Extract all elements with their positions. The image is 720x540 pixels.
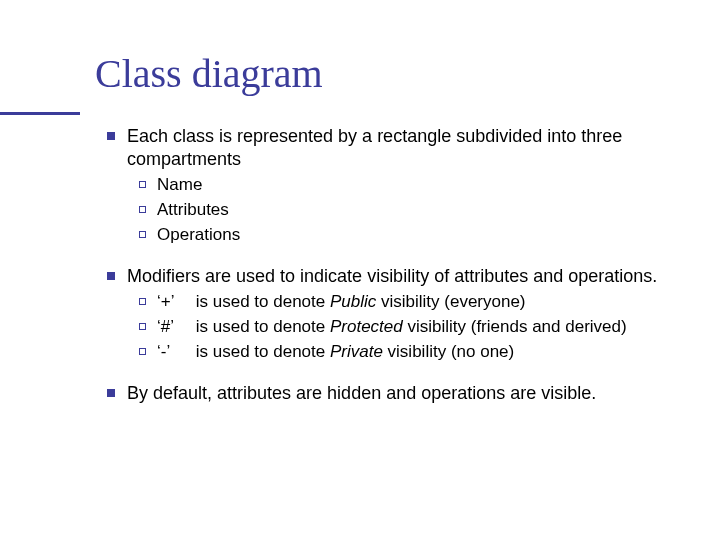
- mod-kind: Public: [330, 292, 381, 311]
- sub-item: Attributes: [127, 199, 660, 222]
- slide-title: Class diagram: [95, 50, 660, 97]
- slide: Class diagram Each class is represented …: [0, 0, 720, 540]
- bullet-text: By default, attributes are hidden and op…: [127, 383, 596, 403]
- mod-post: visibility (everyone): [381, 292, 526, 311]
- sub-item: ‘#’ is used to denote Protected visibili…: [127, 316, 660, 339]
- bullet-modifiers: Modifiers are used to indicate visibilit…: [95, 265, 660, 364]
- sub-item: Operations: [127, 224, 660, 247]
- bullet-text: Modifiers are used to indicate visibilit…: [127, 266, 657, 286]
- mod-kind: Protected: [330, 317, 408, 336]
- sub-item: Name: [127, 174, 660, 197]
- mod-pre: is used to denote: [196, 342, 330, 361]
- title-rule: [0, 112, 80, 115]
- mod-symbol: ‘+’: [157, 291, 191, 314]
- mod-post: visibility (friends and derived): [407, 317, 626, 336]
- mod-pre: is used to denote: [196, 292, 330, 311]
- sub-item: ‘-’ is used to denote Private visibility…: [127, 341, 660, 364]
- bullet-list: Each class is represented by a rectangle…: [95, 125, 660, 405]
- sub-list: ‘+’ is used to denote Public visibility …: [127, 291, 660, 364]
- mod-symbol: ‘#’: [157, 316, 191, 339]
- mod-symbol: ‘-’: [157, 341, 191, 364]
- mod-post: visibility (no one): [388, 342, 515, 361]
- mod-pre: is used to denote: [196, 317, 330, 336]
- sub-list: Name Attributes Operations: [127, 174, 660, 247]
- bullet-text: Each class is represented by a rectangle…: [127, 126, 622, 169]
- bullet-compartments: Each class is represented by a rectangle…: [95, 125, 660, 247]
- bullet-defaults: By default, attributes are hidden and op…: [95, 382, 660, 405]
- sub-item: ‘+’ is used to denote Public visibility …: [127, 291, 660, 314]
- mod-kind: Private: [330, 342, 388, 361]
